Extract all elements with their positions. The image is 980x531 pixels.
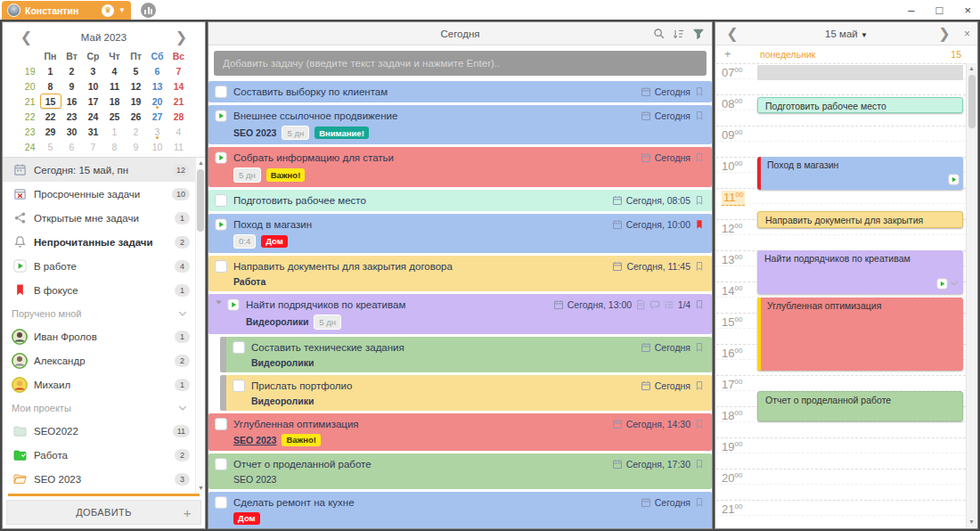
event-play-icon[interactable] — [936, 278, 948, 291]
event-play-icon[interactable] — [948, 174, 960, 187]
calendar-day[interactable]: 4 — [168, 124, 190, 139]
calendar-month-title[interactable]: Май 2023 — [37, 32, 172, 43]
calendar-next-icon[interactable]: ❯ — [172, 29, 192, 45]
calendar-day[interactable]: 10 — [83, 78, 104, 94]
sidebar-section-header[interactable]: Поручено мной — [3, 302, 195, 324]
chevron-down-icon[interactable] — [949, 278, 960, 290]
day-next-icon[interactable]: ❯ — [935, 25, 954, 42]
bookmark-outline-icon[interactable] — [694, 261, 705, 272]
calendar-day[interactable]: 3 — [147, 124, 168, 139]
task-row[interactable]: Отчет о проделанной работеSEO 2023Сегодн… — [208, 453, 712, 489]
scroll-down-icon[interactable]: ▼ — [967, 517, 976, 527]
task-row[interactable]: Подготовить рабочее местоСегодня, 08:05 — [208, 190, 712, 211]
calendar-day[interactable]: 2 — [126, 124, 147, 139]
bookmark-outline-icon[interactable] — [694, 419, 705, 429]
sidebar-item[interactable]: Иван Фролов1 — [3, 324, 195, 348]
bookmark-red-icon[interactable] — [694, 219, 705, 230]
scrollbar-thumb[interactable] — [968, 75, 976, 128]
task-play-icon[interactable] — [215, 151, 227, 164]
sidebar-item[interactable]: Открытые мне задачи1 — [3, 206, 195, 230]
bookmark-outline-icon[interactable] — [694, 497, 705, 508]
task-checkbox[interactable] — [215, 194, 227, 207]
allday-strip[interactable] — [757, 65, 963, 80]
calendar-prev-icon[interactable]: ❮ — [17, 29, 37, 45]
bookmark-outline-icon[interactable] — [694, 152, 705, 163]
scroll-down-icon[interactable]: ▼ — [196, 483, 205, 494]
calendar-day[interactable]: 29 — [40, 124, 61, 139]
sidebar-item[interactable]: В фокусе1 — [3, 278, 195, 302]
calendar-day[interactable]: 23 — [61, 109, 83, 124]
calendar-day[interactable]: 6 — [147, 63, 168, 78]
calendar-day[interactable]: 20 — [147, 94, 168, 109]
calendar-day-selected[interactable]: 15 — [40, 94, 61, 109]
calendar-day[interactable]: 5 — [40, 139, 61, 154]
bookmark-outline-icon[interactable] — [694, 459, 705, 470]
calendar-day[interactable]: 26 — [126, 109, 147, 124]
calendar-event[interactable]: Поход в магазин — [757, 157, 963, 190]
close-button[interactable]: × — [964, 4, 971, 16]
sidebar-item[interactable]: SEO202211 — [3, 419, 195, 443]
expander-icon[interactable] — [215, 298, 223, 306]
add-event-icon[interactable]: + — [724, 47, 731, 61]
calendar-day[interactable]: 13 — [147, 78, 168, 94]
add-task-input[interactable] — [214, 51, 706, 76]
task-row[interactable]: Собрать информацию для статьи5 днВажно!С… — [208, 147, 712, 186]
task-play-icon[interactable] — [215, 218, 227, 231]
task-checkbox[interactable] — [215, 418, 227, 430]
task-row[interactable]: Найти подрядчиков по креативамВидеоролик… — [208, 294, 712, 333]
day-grid[interactable]: 0700080009001000110012001300140015001600… — [716, 63, 966, 527]
calendar-day[interactable]: 1 — [40, 63, 61, 78]
calendar-day[interactable]: 24 — [83, 109, 104, 124]
sidebar-item[interactable]: Сегодня: 15 май, пн12 — [3, 158, 195, 182]
scrollbar-thumb[interactable] — [197, 169, 204, 232]
calendar-day[interactable]: 21 — [168, 94, 190, 109]
calendar-day[interactable]: 5 — [126, 63, 147, 78]
calendar-day[interactable]: 27 — [147, 109, 168, 124]
calendar-day[interactable]: 3 — [83, 63, 104, 78]
bookmark-outline-icon[interactable] — [694, 110, 705, 121]
user-account-tab[interactable]: Константин ♛ ▼ — [2, 1, 131, 20]
day-close-icon[interactable]: × — [964, 28, 970, 40]
calendar-event[interactable]: Найти подрядчиков по креативам — [757, 250, 963, 294]
calendar-day[interactable]: 8 — [104, 139, 126, 154]
calendar-day[interactable]: 4 — [104, 63, 126, 78]
task-row[interactable]: Составить выборку по клиентамСегодня — [208, 81, 712, 102]
add-button[interactable]: ДОБАВИТЬ + — [6, 500, 201, 525]
sidebar-item[interactable]: SEO 20233 — [3, 467, 195, 491]
sidebar-item[interactable]: Александр2 — [3, 348, 195, 372]
task-play-icon[interactable] — [227, 298, 240, 311]
calendar-day[interactable]: 10 — [147, 139, 168, 154]
calendar-day[interactable]: 22 — [40, 109, 61, 124]
sidebar-item[interactable]: Цели 12 недель — [3, 491, 195, 494]
task-row[interactable]: Составить технические заданияВидеоролики… — [220, 337, 712, 372]
calendar-day[interactable]: 14 — [168, 78, 190, 94]
bookmark-outline-icon[interactable] — [694, 299, 705, 310]
sort-icon[interactable] — [673, 28, 685, 40]
calendar-day[interactable]: 16 — [61, 94, 83, 109]
task-row[interactable]: Прислать портфолиоВидеороликиСегодня — [220, 375, 712, 411]
note-icon[interactable] — [635, 299, 646, 310]
calendar-day[interactable]: 31 — [83, 124, 104, 139]
task-checkbox[interactable] — [215, 458, 227, 470]
scroll-up-icon[interactable]: ▲ — [967, 63, 976, 74]
sidebar-section-header[interactable]: Мои проекты — [3, 396, 195, 419]
calendar-day[interactable]: 9 — [61, 78, 83, 94]
calendar-day[interactable]: 9 — [126, 139, 147, 154]
chevron-down-icon[interactable]: ▼ — [118, 6, 126, 14]
calendar-day[interactable]: 12 — [126, 78, 147, 94]
task-row[interactable]: Направить документы для закрытия договор… — [208, 256, 712, 291]
calendar-day[interactable]: 25 — [104, 109, 126, 124]
sidebar-item[interactable]: Михаил1 — [3, 372, 195, 396]
calendar-day[interactable]: 11 — [168, 139, 190, 154]
task-checkbox[interactable] — [215, 496, 227, 509]
minimize-button[interactable]: – — [908, 4, 914, 16]
calendar-event[interactable]: Отчет о проделанной работе — [757, 391, 963, 422]
task-play-icon[interactable] — [215, 110, 227, 122]
task-row[interactable]: Внешнее ссылочное продвижениеSEO 20235 д… — [208, 105, 712, 144]
calendar-day[interactable]: 7 — [83, 139, 104, 154]
task-checkbox[interactable] — [215, 260, 227, 273]
checklist-icon[interactable] — [664, 299, 674, 310]
calendar-day[interactable]: 28 — [168, 109, 190, 124]
comment-icon[interactable] — [649, 299, 660, 310]
task-checkbox[interactable] — [215, 86, 227, 98]
